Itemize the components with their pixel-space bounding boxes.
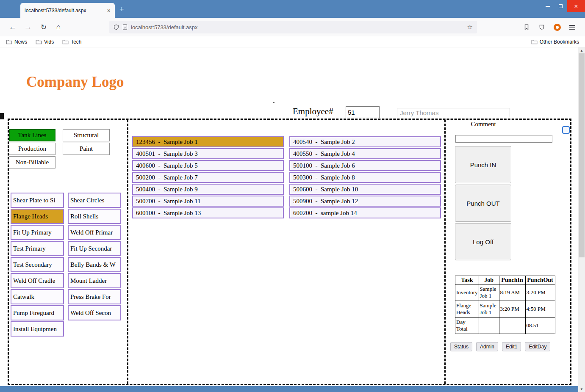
job-button[interactable]: 500200 - Sample Job 7 — [132, 172, 284, 183]
selection-checkbox[interactable] — [562, 126, 570, 134]
task-column-2: Shear CirclesRoll ShellsWeld Off PrimarF… — [68, 193, 121, 321]
task-button[interactable]: Shear Plate to Si — [11, 193, 64, 208]
hamburger-bars — [569, 24, 575, 30]
job-button[interactable]: 600100 - Sample Job 13 — [132, 207, 284, 218]
reload-button[interactable]: ↻ — [37, 21, 50, 33]
footer-button[interactable]: Admin — [476, 342, 498, 351]
bookmark-star-icon[interactable]: ☆ — [467, 23, 473, 31]
table-row: Day Total 08.51 — [455, 317, 555, 334]
task-button[interactable]: Roll Shells — [68, 209, 121, 224]
window-controls: × — [541, 0, 585, 12]
category-button[interactable]: Non-Billable — [9, 156, 55, 168]
table-cell-job: Sample Job 1 — [479, 301, 499, 317]
task-button[interactable]: Fit Up Primary — [11, 225, 64, 240]
admin-buttons: StatusAdminEdit1EditDay — [450, 342, 550, 351]
table-cell-punchout: 08.51 — [525, 317, 555, 334]
category-button[interactable]: Tank Lines — [9, 129, 55, 141]
footer-button[interactable]: Status — [450, 342, 472, 351]
task-button[interactable]: Flange Heads — [11, 209, 64, 224]
browser-tab[interactable]: localhost:5733/default.aspx × — [20, 3, 115, 18]
page-footer-strip — [0, 386, 578, 392]
navigation-bar: ← → ↻ ⌂ localhost:5733/default.aspx ☆ — [0, 18, 585, 36]
profile-avatar — [554, 24, 561, 31]
footer-button[interactable]: Edit1 — [502, 342, 521, 351]
back-button[interactable]: ← — [6, 21, 19, 33]
job-button[interactable]: 500300 - Sample Job 8 — [289, 172, 441, 183]
task-button[interactable]: Install Equipmen — [11, 321, 64, 337]
comment-input[interactable] — [455, 135, 552, 143]
employee-number-input[interactable] — [346, 106, 380, 118]
employee-name-input[interactable] — [397, 108, 510, 117]
main-panels: Tank LinesStructuralProductionPaintNon-B… — [8, 119, 571, 385]
bookmark-folder[interactable]: News — [6, 39, 27, 45]
page-content: Company Logo Employee# Tank LinesStructu… — [0, 47, 578, 392]
browser-window: localhost:5733/default.aspx × + × ← → ↻ … — [0, 0, 585, 392]
punch-in-button[interactable]: Punch IN — [455, 146, 511, 183]
task-button[interactable]: Fit Up Secondar — [68, 241, 121, 256]
job-button[interactable]: 400501 - Sample Job 3 — [132, 148, 284, 159]
task-button[interactable]: Weld Off Secon — [68, 305, 121, 320]
category-button[interactable]: Structural — [63, 129, 110, 141]
library-icon[interactable] — [521, 22, 532, 33]
job-button[interactable]: 500900 - Sample Job 12 — [289, 196, 441, 207]
task-button[interactable]: Weld Off Primar — [68, 225, 121, 240]
task-button[interactable]: Mount Ladder — [68, 273, 121, 288]
log-off-button[interactable]: Log Off — [455, 223, 511, 260]
job-button[interactable]: 500700 - Sample Job 11 — [132, 196, 284, 207]
forward-button[interactable]: → — [22, 21, 34, 33]
job-button[interactable]: 400550 - Sample Job 4 — [289, 148, 441, 159]
pocket-icon[interactable] — [536, 22, 547, 33]
task-button[interactable]: Press Brake For — [68, 289, 121, 304]
bookmark-label: News — [14, 39, 27, 45]
table-cell-task: Day Total — [455, 317, 479, 334]
task-button[interactable]: Test Primary — [11, 241, 64, 256]
job-button[interactable]: 400600 - Sample Job 5 — [132, 160, 284, 171]
bookmark-folder[interactable]: Vids — [36, 39, 54, 45]
tab-close-icon[interactable]: × — [107, 7, 111, 14]
category-button[interactable]: Paint — [63, 143, 110, 155]
footer-button[interactable]: EditDay — [525, 342, 550, 351]
maximize-icon — [559, 4, 563, 8]
scrollbar[interactable]: ▲ ▼ — [578, 47, 585, 392]
task-button[interactable]: Belly Bands & W — [68, 257, 121, 272]
task-button[interactable]: Test Secondary — [11, 257, 64, 272]
task-button[interactable]: Shear Circles — [68, 193, 121, 208]
table-cell-job — [479, 317, 499, 334]
panel-divider — [127, 120, 128, 384]
other-bookmarks[interactable]: Other Bookmarks — [531, 39, 579, 45]
url-bar[interactable]: localhost:5733/default.aspx ☆ — [109, 21, 477, 33]
tracking-protection-icon[interactable] — [114, 24, 119, 30]
new-tab-button[interactable]: + — [119, 6, 124, 13]
table-header-cell: PunchIn — [499, 276, 525, 284]
folder-icon — [62, 39, 69, 44]
scrollbar-thumb[interactable] — [579, 53, 585, 257]
table-cell-punchout: 4:50 PM — [525, 301, 555, 317]
table-cell-job: Sample Job 1 — [479, 284, 499, 301]
bookmark-folder[interactable]: Tech — [62, 39, 81, 45]
page-info-icon[interactable] — [122, 24, 128, 30]
minimize-button[interactable] — [541, 0, 554, 12]
folder-icon — [36, 39, 42, 44]
scroll-down-icon[interactable]: ▼ — [578, 386, 585, 392]
job-button[interactable]: 123456 - Sample Job 1 — [132, 136, 284, 147]
maximize-button[interactable] — [554, 0, 567, 12]
scroll-up-icon[interactable]: ▲ — [578, 47, 585, 53]
punch-out-button[interactable]: Punch OUT — [455, 185, 511, 222]
job-button[interactable]: 500600 - Sample Job 10 — [289, 184, 441, 195]
job-button[interactable]: 400540 - Sample Job 2 — [289, 136, 441, 147]
job-button[interactable]: 600200 - sample Job 14 — [289, 207, 441, 218]
folder-icon — [531, 39, 538, 44]
table-cell-punchin: 3:20 PM — [499, 301, 525, 317]
menu-icon[interactable] — [567, 22, 578, 33]
home-button[interactable]: ⌂ — [52, 21, 65, 33]
minimize-icon — [546, 6, 550, 7]
task-button[interactable]: Weld Off Cradle — [11, 273, 64, 288]
job-button[interactable]: 500100 - Sample Job 6 — [289, 160, 441, 171]
task-button[interactable]: Catwalk — [11, 289, 64, 304]
task-button[interactable]: Pump Fireguard — [11, 305, 64, 320]
profile-icon[interactable] — [552, 22, 563, 33]
job-button[interactable]: 500400 - Sample Job 9 — [132, 184, 284, 195]
close-button[interactable]: × — [567, 0, 585, 12]
category-buttons: Tank LinesStructuralProductionPaintNon-B… — [9, 129, 110, 168]
category-button[interactable]: Production — [9, 143, 55, 155]
